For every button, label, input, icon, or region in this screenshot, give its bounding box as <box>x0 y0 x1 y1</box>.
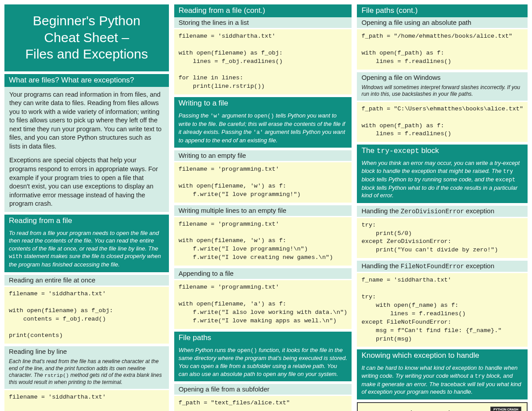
tryexcept-code-2: f_name = 'siddhartha.txt' try: with open… <box>357 273 528 347</box>
footer-title: Python Crash Course <box>363 409 486 411</box>
intro-p1: Your programs can read information in fr… <box>9 90 164 151</box>
tryexcept-head: The try-except block <box>357 145 528 157</box>
reading-note-2: Each line that's read from the file has … <box>4 357 169 389</box>
paths-cont-head: File paths (cont.) <box>357 4 528 17</box>
reading-code-1: filename = 'siddhartha.txt' with open(fi… <box>4 287 169 344</box>
paths-cont-sub-1: Opening a file using an absolute path <box>357 17 528 28</box>
intro-p2: Exceptions are special objects that help… <box>9 156 164 208</box>
reading-head: Reading from a file <box>4 215 169 227</box>
paths-cont-code-1: f_path = "/home/ehmatthes/books/alice.tx… <box>357 29 528 70</box>
knowing-head: Knowing which exception to handle <box>357 349 528 362</box>
paths-head: File paths <box>174 332 352 344</box>
reading-cont-sub-1: Storing the lines in a list <box>174 17 352 28</box>
reading-cont-code-1: filename = 'siddhartha.txt' with open(fi… <box>174 29 352 94</box>
writing-code-3: filename = 'programming.txt' with open(f… <box>174 280 352 329</box>
reading-sub-1: Reading an entire file at once <box>4 275 169 286</box>
intro-head: What are files? What are exceptions? <box>4 74 169 87</box>
column-2: Reading from a file (cont.) Storing the … <box>174 4 352 411</box>
writing-sub-2: Writing multiple lines to an empty file <box>174 205 352 216</box>
reading-desc: To read from a file your program needs t… <box>4 227 169 272</box>
reading-sub-2: Reading line by line <box>4 346 169 357</box>
tryexcept-sub-1: Handling the ZeroDivisionError exception <box>357 206 528 217</box>
footer-card: Python Crash Course A Hands-On, Project-… <box>357 402 528 411</box>
column-1: Beginner's Python Cheat Sheet – Files an… <box>4 4 169 411</box>
book-cover-icon: PYTHON CRASH COURSE <box>490 407 521 411</box>
paths-sub-1: Opening a file from a subfolder <box>174 384 352 395</box>
paths-cont-note-2: Windows will sometimes interpret forward… <box>357 83 528 101</box>
knowing-desc: It can be hard to know what kind of exce… <box>357 362 528 399</box>
paths-cont-code-2: f_path = "C:\Users\ehmatthes\books\alice… <box>357 102 528 142</box>
reading-cont-head: Reading from a file (cont.) <box>174 4 352 17</box>
tryexcept-desc: When you think an error may occur, you c… <box>357 157 528 203</box>
writing-sub-1: Writing to an empty file <box>174 150 352 161</box>
reading-code-2: filename = 'siddhartha.txt' with open(fi… <box>4 390 169 411</box>
tryexcept-sub-2: Handling the FileNotFoundError exception <box>357 261 528 272</box>
page-title: Beginner's Python Cheat Sheet – Files an… <box>4 4 169 71</box>
tryexcept-code-1: try: print(5/0) except ZeroDivisionError… <box>357 218 528 258</box>
paths-desc: When Python runs the open() function, it… <box>174 344 352 382</box>
column-3: File paths (cont.) Opening a file using … <box>357 4 528 411</box>
intro-body: Your programs can read information in fr… <box>4 87 169 212</box>
paths-code-1: f_path = "text_files/alice.txt" with ope… <box>174 396 352 411</box>
writing-desc: Passing the 'w' argument to open() tells… <box>174 110 352 148</box>
paths-cont-sub-2: Opening a file on Windows <box>357 72 528 83</box>
writing-sub-3: Appending to a file <box>174 268 352 279</box>
writing-code-1: filename = 'programming.txt' with open(f… <box>174 162 352 203</box>
writing-head: Writing to a file <box>174 97 352 110</box>
book-cover-label: PYTHON CRASH COURSE <box>491 407 521 411</box>
writing-code-2: filename = 'programming.txt' with open(f… <box>174 217 352 266</box>
